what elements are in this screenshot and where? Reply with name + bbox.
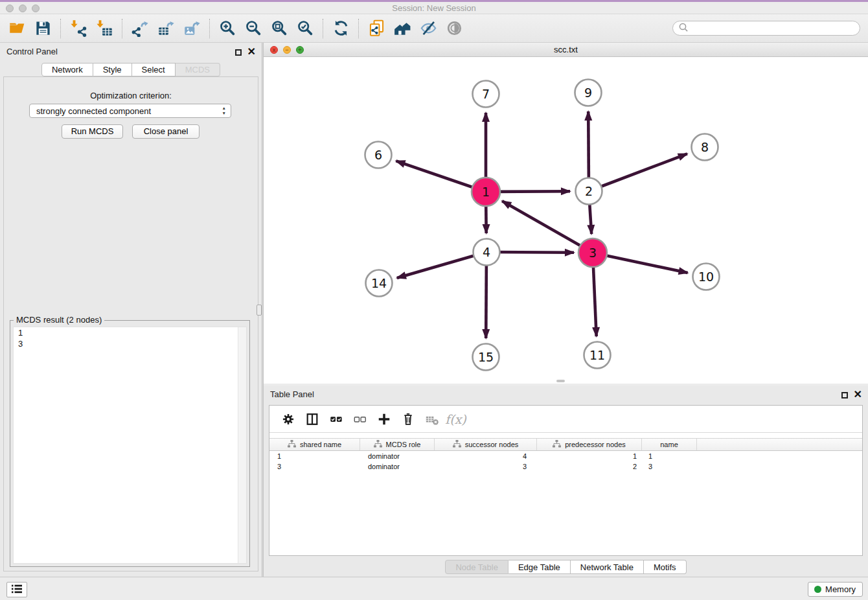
main-toolbar xyxy=(0,14,868,43)
criterion-select[interactable]: strongly connected component ▲▼ xyxy=(29,104,231,118)
tab-motifs[interactable]: Motifs xyxy=(644,560,687,574)
zoom-in-icon[interactable] xyxy=(214,17,240,40)
show-panel-icon[interactable] xyxy=(441,17,467,40)
table-tabs: Node TableEdge TableNetwork TableMotifs xyxy=(264,560,868,574)
column-tree-icon xyxy=(553,440,561,449)
node-4[interactable]: 4 xyxy=(474,239,500,266)
close-panel-icon[interactable]: ✕ xyxy=(247,48,256,56)
node-label: 7 xyxy=(482,87,490,101)
copy-network-icon[interactable] xyxy=(363,17,389,40)
zoom-out-icon[interactable] xyxy=(240,17,266,40)
float-table-panel-icon[interactable] xyxy=(841,392,848,398)
table-row[interactable]: 1dominator411 xyxy=(269,451,862,461)
node-table: shared nameMCDS rolesuccessor nodesprede… xyxy=(269,438,862,472)
toolbar-separator xyxy=(209,19,210,38)
result-scrollbar[interactable] xyxy=(238,327,246,563)
import-network-icon[interactable] xyxy=(65,17,91,40)
column-label: MCDS role xyxy=(386,441,421,448)
select-all-columns-icon[interactable] xyxy=(324,410,348,428)
node-7[interactable]: 7 xyxy=(473,81,499,108)
node-9[interactable]: 9 xyxy=(575,80,602,106)
close-table-panel-icon[interactable]: ✕ xyxy=(854,391,862,399)
close-panel-button[interactable]: Close panel xyxy=(132,124,200,139)
column-label: name xyxy=(660,441,678,448)
hide-panel-icon[interactable] xyxy=(415,17,441,40)
search-icon xyxy=(678,21,689,35)
node-2[interactable]: 2 xyxy=(576,178,602,205)
node-label: 14 xyxy=(371,276,387,290)
function-builder-icon: f(x) xyxy=(444,410,468,428)
table-row[interactable]: 3dominator323 xyxy=(269,461,862,472)
column-header-name[interactable]: name xyxy=(642,439,697,450)
export-table-icon[interactable] xyxy=(153,17,179,40)
tab-network[interactable]: Network xyxy=(41,63,93,76)
column-header-MCDS-role[interactable]: MCDS role xyxy=(360,439,435,450)
task-history-button[interactable] xyxy=(6,582,27,597)
node-8[interactable]: 8 xyxy=(692,134,718,161)
node-14[interactable]: 14 xyxy=(366,270,393,297)
control-panel-title: Control Panel xyxy=(6,47,58,56)
status-bar: Memory xyxy=(0,577,868,600)
mcds-result-title: MCDS result (2 nodes) xyxy=(14,315,104,325)
search-box[interactable] xyxy=(672,21,860,36)
toolbar-separator xyxy=(122,19,122,38)
settings-icon[interactable] xyxy=(276,410,300,428)
tab-edge-table[interactable]: Edge Table xyxy=(508,560,571,574)
float-panel-icon[interactable] xyxy=(235,49,242,56)
node-1[interactable]: 1 xyxy=(472,178,500,206)
network-graph[interactable]: 7968124314101511 xyxy=(264,57,867,382)
network-canvas[interactable]: 7968124314101511 xyxy=(264,57,868,384)
column-header-predecessor-nodes[interactable]: predecessor nodes xyxy=(537,439,642,450)
zoom-selected-icon[interactable] xyxy=(292,17,318,40)
delete-table-icon xyxy=(420,410,444,428)
search-input[interactable] xyxy=(689,22,860,34)
column-header-shared-name[interactable]: shared name xyxy=(269,439,360,450)
node-15[interactable]: 15 xyxy=(473,344,499,371)
toolbar-separator xyxy=(358,19,359,38)
delete-columns-icon[interactable] xyxy=(396,410,420,428)
table-toolbar: f(x) xyxy=(269,406,862,433)
column-label: successor nodes xyxy=(465,441,519,448)
create-column-icon[interactable] xyxy=(372,410,396,428)
open-session-icon[interactable] xyxy=(4,17,30,40)
edge-3-1[interactable] xyxy=(502,201,593,253)
network-hscrollbar[interactable] xyxy=(556,380,565,382)
splitter-handle[interactable] xyxy=(257,305,262,316)
export-image-icon[interactable] xyxy=(179,17,205,40)
node-label: 2 xyxy=(585,184,593,198)
node-6[interactable]: 6 xyxy=(365,142,392,168)
control-panel-tabs: NetworkStyleSelectMCDS xyxy=(0,63,262,76)
tab-network-table[interactable]: Network Table xyxy=(571,560,644,574)
edge-2-8[interactable] xyxy=(589,154,687,191)
node-label: 6 xyxy=(374,148,382,162)
export-network-icon[interactable] xyxy=(127,17,153,40)
node-label: 9 xyxy=(584,86,592,100)
show-columns-icon[interactable] xyxy=(300,410,324,428)
table-cell: 3 xyxy=(642,461,697,472)
unselect-all-columns-icon[interactable] xyxy=(348,410,372,428)
node-11[interactable]: 11 xyxy=(584,342,611,369)
node-label: 1 xyxy=(482,185,490,199)
node-3[interactable]: 3 xyxy=(578,238,607,267)
list-icon xyxy=(11,584,23,595)
import-table-icon[interactable] xyxy=(91,17,117,40)
toolbar-separator xyxy=(60,19,61,38)
memory-button[interactable]: Memory xyxy=(808,582,863,597)
function-builder-label: f(x) xyxy=(445,412,466,426)
save-session-icon[interactable] xyxy=(30,17,56,40)
tab-select[interactable]: Select xyxy=(132,63,176,76)
tab-style[interactable]: Style xyxy=(93,63,132,76)
refresh-view-icon[interactable] xyxy=(328,17,354,40)
node-10[interactable]: 10 xyxy=(693,264,720,290)
run-mcds-button[interactable]: Run MCDS xyxy=(62,124,123,139)
select-stepper-icon: ▲▼ xyxy=(222,106,226,116)
mcds-result-area[interactable]: 13 xyxy=(13,327,247,564)
table-cell: 1 xyxy=(642,451,697,461)
column-header-successor-nodes[interactable]: successor nodes xyxy=(435,439,537,450)
zoom-fit-icon[interactable] xyxy=(266,17,292,40)
tab-mcds[interactable]: MCDS xyxy=(176,63,220,76)
tab-node-table[interactable]: Node Table xyxy=(445,560,508,574)
node-label: 15 xyxy=(478,350,494,364)
mcds-result-group: MCDS result (2 nodes) 13 xyxy=(10,320,250,567)
home-view-icon[interactable] xyxy=(389,17,415,40)
